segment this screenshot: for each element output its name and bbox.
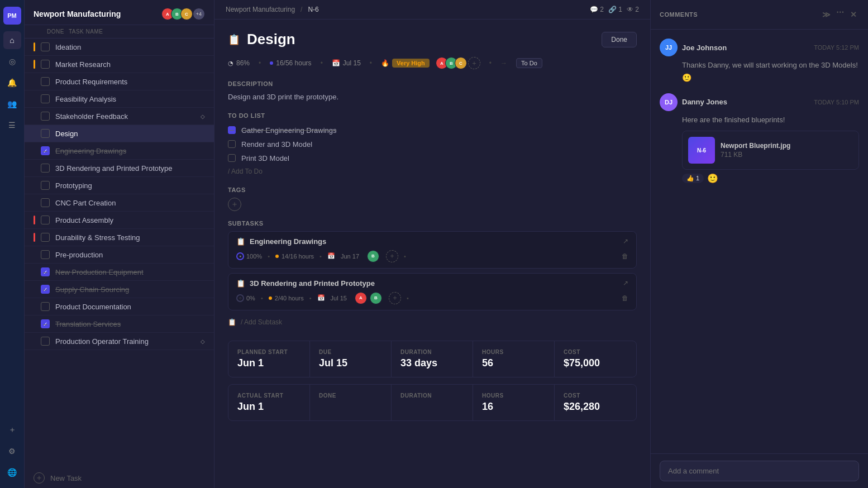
- task-checkbox[interactable]: [41, 337, 50, 346]
- task-row[interactable]: Prototyping: [25, 177, 214, 194]
- task-row[interactable]: Pre-production: [25, 246, 214, 264]
- subtask-hours: 14/16 hours: [275, 253, 314, 260]
- task-indicator: [34, 285, 35, 294]
- progress-pct: 86%: [236, 59, 250, 67]
- close-button[interactable]: ✕: [848, 8, 860, 21]
- task-checkbox[interactable]: [41, 250, 50, 259]
- add-icon[interactable]: ＋: [3, 421, 21, 439]
- task-checkbox[interactable]: [41, 129, 50, 138]
- add-member-button[interactable]: ＋: [468, 57, 480, 69]
- task-checkbox[interactable]: ✓: [41, 267, 50, 276]
- comment-emoji-react[interactable]: 🙂: [682, 73, 859, 82]
- subtask-avatar: B: [370, 292, 382, 304]
- add-todo-row[interactable]: / Add To Do: [228, 165, 637, 178]
- task-row[interactable]: ✓New Production Equipment: [25, 264, 214, 281]
- task-checkbox[interactable]: [41, 112, 50, 121]
- app-logo[interactable]: PM: [3, 7, 21, 25]
- todo-item-label: Gather Engineering Drawings: [241, 126, 337, 135]
- add-tag-button[interactable]: ＋: [228, 198, 241, 211]
- comment-time: TODAY 5:10 PM: [814, 99, 859, 106]
- reaction-thumbsup[interactable]: 👍 1: [682, 174, 704, 183]
- subtask-add-member[interactable]: ＋: [386, 250, 398, 262]
- cost-label: COST: [564, 349, 627, 355]
- task-checkbox[interactable]: [41, 60, 50, 69]
- task-row[interactable]: ✓Engineering Drawings: [25, 142, 214, 160]
- todo-check-empty[interactable]: [228, 154, 236, 162]
- done-button[interactable]: Done: [602, 32, 637, 47]
- subtask-hours: 2/40 hours: [269, 295, 304, 302]
- comment-avatar: JJ: [660, 39, 678, 56]
- task-row-label: Stakeholder Feedback: [55, 112, 194, 121]
- comment-react-button[interactable]: 🙂: [707, 173, 718, 184]
- task-checkbox[interactable]: ✓: [41, 319, 50, 328]
- task-checkbox[interactable]: [41, 164, 50, 173]
- notification-icon[interactable]: 🔔: [3, 74, 21, 92]
- task-checkbox[interactable]: [41, 77, 50, 86]
- todo-check-done[interactable]: ✓: [228, 126, 236, 134]
- task-checkbox[interactable]: [41, 181, 50, 190]
- task-indicator: [34, 198, 35, 207]
- inbox-icon[interactable]: ☰: [3, 116, 21, 134]
- due-cell: DUE Jul 15: [310, 341, 392, 377]
- task-avatar: C: [455, 57, 467, 69]
- subtask-due: Jul 15: [331, 295, 347, 302]
- subtask-delete-button[interactable]: 🗑: [622, 294, 628, 302]
- todo-item: ✓ Gather Engineering Drawings: [228, 123, 637, 137]
- subtask-external-link[interactable]: ↗: [623, 279, 628, 287]
- task-checkbox[interactable]: [41, 94, 50, 103]
- task-row[interactable]: ✓Translation Services: [25, 315, 214, 333]
- task-checkbox[interactable]: [41, 233, 50, 242]
- settings-icon[interactable]: ⚙: [3, 442, 21, 460]
- planned-start-value: Jun 1: [237, 357, 301, 369]
- home-icon[interactable]: ⌂: [3, 31, 21, 49]
- task-row[interactable]: Product Assembly: [25, 212, 214, 229]
- description-text: Design and 3D print the prototype.: [228, 92, 637, 103]
- task-row-label: CNC Part Creation: [55, 199, 205, 207]
- task-row-label: Durability & Stress Testing: [55, 233, 205, 242]
- add-subtask-row[interactable]: 📋 / Add Subtask: [228, 315, 637, 329]
- add-task-icon[interactable]: ＋: [34, 472, 45, 484]
- task-row[interactable]: Durability & Stress Testing: [25, 229, 214, 246]
- task-checkbox[interactable]: [41, 216, 50, 224]
- task-indicator: [34, 267, 35, 276]
- task-row[interactable]: Ideation: [25, 39, 214, 56]
- users-icon[interactable]: 👥: [3, 95, 21, 113]
- task-checkbox[interactable]: [41, 198, 50, 207]
- subtask-type-icon: 📋: [236, 279, 245, 288]
- subtasks-label: SUBTASKS: [228, 220, 637, 227]
- progress-circle: ◔: [228, 60, 233, 67]
- task-indicator: [34, 250, 35, 259]
- task-row[interactable]: Product Requirements: [25, 73, 214, 90]
- attachment-thumbnail: N-6: [688, 137, 715, 164]
- globe-icon[interactable]: 🌐: [3, 463, 21, 481]
- task-checkbox[interactable]: [41, 42, 50, 51]
- task-row[interactable]: Feasibility Analysis: [25, 90, 214, 108]
- todo-label: TO DO LIST: [228, 112, 637, 119]
- collapse-button[interactable]: ≫: [820, 8, 833, 21]
- subtask-external-link[interactable]: ↗: [623, 237, 628, 245]
- task-checkbox[interactable]: ✓: [41, 285, 50, 294]
- comments-panel-label: COMMENTS: [660, 11, 698, 18]
- more-button[interactable]: ⋯: [836, 8, 845, 21]
- todo-check-empty[interactable]: [228, 140, 236, 148]
- subtask-title-row: 📋 Engineering Drawings ↗: [236, 237, 628, 246]
- task-row[interactable]: ✓Supply Chain Sourcing: [25, 281, 214, 298]
- task-row[interactable]: Stakeholder Feedback◇: [25, 108, 214, 125]
- task-row[interactable]: CNC Part Creation: [25, 194, 214, 212]
- search-icon[interactable]: ◎: [3, 52, 21, 70]
- task-row[interactable]: Product Documentation: [25, 298, 214, 315]
- task-row-label: Product Requirements: [55, 78, 205, 86]
- subtask-delete-button[interactable]: 🗑: [622, 252, 628, 260]
- subtask-add-member[interactable]: ＋: [389, 292, 401, 304]
- priority-meta: 🔥 Very High: [381, 59, 430, 68]
- task-row[interactable]: Market Research: [25, 56, 214, 73]
- comment-input[interactable]: [660, 461, 859, 481]
- task-checkbox[interactable]: [41, 302, 50, 311]
- task-row[interactable]: 3D Rendering and Printed Prototype: [25, 160, 214, 177]
- task-checkbox[interactable]: ✓: [41, 146, 50, 155]
- new-task-row[interactable]: ＋ New Task: [25, 468, 214, 488]
- cost-value: $75,000: [564, 357, 627, 369]
- task-row[interactable]: Production Operator Training◇: [25, 333, 214, 350]
- attachment-size: 711 KB: [721, 151, 790, 159]
- task-row[interactable]: Design: [25, 125, 214, 142]
